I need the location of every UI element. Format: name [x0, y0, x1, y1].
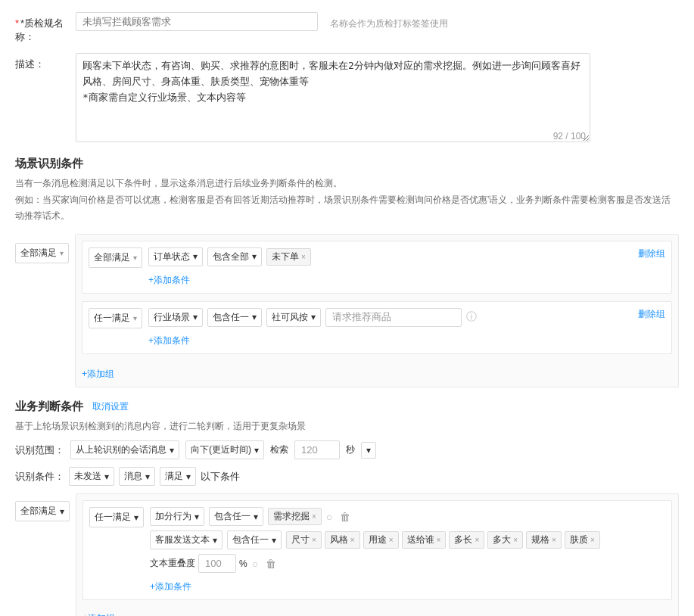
biz-r2-col1[interactable]: 客服发送文本 ▾	[150, 530, 223, 549]
scene-group-2: 任一满足 ▾ 行业场景 ▾ 包含任一 ▾ 社可风按	[82, 301, 672, 354]
desc-row: 描述： 顾客未下单状态，有咨询、购买、求推荐的意图时，客服未在2分钟内做对应的需…	[15, 53, 679, 145]
scene-condition-desc: 当有一条消息检测满足以下条件时，显示这条消息进行后续业务判断条件的检测。 例如：…	[15, 176, 679, 225]
biz-r2-col1-arrow: ▾	[213, 535, 217, 546]
group2-text-input[interactable]	[325, 308, 462, 327]
group1-col2[interactable]: 包含全部 ▾	[207, 247, 262, 266]
biz-r2-tag-fuzhi: 肤质×	[565, 531, 600, 549]
group1-col1[interactable]: 订单状态 ▾	[148, 247, 203, 266]
id-tag2-select[interactable]: 消息 ▾	[119, 467, 155, 486]
group2-arrow: ▾	[133, 314, 137, 322]
desc-content: 顾客未下单状态，有咨询、购买、求推荐的意图时，客服未在2分钟内做对应的需求挖掘。…	[76, 53, 679, 145]
overlap-unit: %	[239, 558, 247, 569]
name-content: 名称会作为质检打标签签使用	[76, 12, 679, 31]
biz-r1-delete-icon[interactable]: 🗑	[340, 511, 350, 523]
biz-r1-col2[interactable]: 包含任一 ▾	[209, 507, 263, 526]
id-tag1-select[interactable]: 未发送 ▾	[69, 467, 114, 486]
scene-group2-satisfy[interactable]: 任一满足 ▾	[89, 308, 142, 328]
search-label: 检索	[270, 443, 288, 456]
biz-group-satisfy[interactable]: 任一满足 ▾	[89, 507, 144, 527]
biz-add-condition[interactable]: +添加条件	[150, 580, 191, 593]
business-desc: 基于上轮场景识别检测到的消息内容，进行二轮判断，适用于更复杂场景	[15, 418, 679, 435]
biz-r2-tag-yongtu-close[interactable]: ×	[389, 536, 394, 544]
group2-rows: 行业场景 ▾ 包含任一 ▾ 社可风按 ▾ ⓘ	[148, 308, 665, 347]
business-cancel[interactable]: 取消设置	[92, 400, 129, 413]
scene-group1-satisfy[interactable]: 全部满足 ▾	[89, 247, 142, 268]
biz-add-group[interactable]: +添加组	[82, 612, 115, 616]
biz-r2-tag-fengg-close[interactable]: ×	[350, 536, 355, 544]
range-select-label: 从上轮识别的会话消息	[76, 443, 166, 456]
desc-label: 描述：	[15, 53, 76, 71]
group1-tag1-close[interactable]: ×	[301, 253, 306, 261]
direction-select[interactable]: 向下(更近时间) ▾	[185, 440, 264, 459]
biz-r1-tag1-close[interactable]: ×	[312, 512, 316, 521]
identify-suffix: 以下条件	[201, 470, 240, 484]
biz-r1-col1-label: 加分行为	[155, 510, 191, 523]
biz-r2-tag-songgei-close[interactable]: ×	[437, 536, 441, 544]
id-tag3-arrow: ▾	[186, 471, 191, 482]
group2-col3-label: 社可风按	[272, 311, 308, 324]
group2-info-icon[interactable]: ⓘ	[466, 310, 477, 324]
group2-col3[interactable]: 社可风按 ▾	[266, 308, 321, 327]
overlap-label: 文本重叠度	[150, 557, 195, 570]
biz-r2-tag-chichi: 尺寸×	[286, 531, 322, 549]
biz-r1-col1-arrow: ▾	[195, 512, 199, 522]
biz-r2-tag-duochang: 多长×	[449, 531, 484, 549]
biz-group-header: 任一满足 ▾ 加分行为 ▾ 包含任一 ▾	[89, 507, 665, 593]
biz-r2-col2-arrow: ▾	[272, 535, 276, 546]
group1-add-condition[interactable]: +添加条件	[148, 274, 190, 287]
overlap-input[interactable]	[198, 554, 236, 573]
scene-group-1-header: 全部满足 ▾ 订单状态 ▾ 包含全部 ▾ 未下单	[89, 247, 665, 287]
unit-select[interactable]: ▾	[361, 442, 376, 459]
biz-r2-tag-duoda-close[interactable]: ×	[513, 536, 518, 544]
biz-r1-col1[interactable]: 加分行为 ▾	[150, 507, 204, 526]
business-section: 业务判断条件 取消设置 基于上轮场景识别检测到的消息内容，进行二轮判断，适用于更…	[15, 400, 679, 616]
outer-satisfy-label: 全部满足	[20, 247, 57, 260]
biz-r2-tag-guige-close[interactable]: ×	[552, 536, 556, 544]
group2-satisfy-label: 任一满足	[94, 312, 130, 325]
outer-satisfy-select[interactable]: 全部满足 ▾	[15, 243, 69, 263]
group1-satisfy-label: 全部满足	[94, 251, 130, 264]
id-tag3-select[interactable]: 满足 ▾	[160, 467, 196, 486]
group2-delete[interactable]: 删除组	[638, 308, 665, 321]
biz-r1-radio[interactable]: ○	[326, 511, 332, 523]
biz-row-1: 加分行为 ▾ 包含任一 ▾ 需求挖掘 × ○	[150, 507, 665, 526]
id-tag2-label: 消息	[124, 470, 142, 483]
biz-r1-col2-arrow: ▾	[254, 512, 258, 522]
biz-r2-delete-icon[interactable]: 🗑	[266, 558, 276, 570]
biz-group-satisfy-label: 任一满足	[95, 511, 131, 524]
search-input[interactable]	[294, 440, 340, 459]
group2-col1[interactable]: 行业场景 ▾	[148, 308, 203, 327]
biz-r1-tag1-label: 需求挖掘	[273, 510, 310, 523]
name-hint: 名称会作为质检打标签签使用	[330, 13, 448, 30]
group1-tag1: 未下单 ×	[266, 248, 311, 266]
biz-r2-tag-chichi-close[interactable]: ×	[312, 536, 316, 544]
biz-rows: 加分行为 ▾ 包含任一 ▾ 需求挖掘 × ○	[150, 507, 665, 593]
id-tag3-label: 满足	[165, 470, 183, 483]
biz-outer-satisfy[interactable]: 全部满足 ▾	[15, 501, 70, 521]
biz-r2-tag-fuzhi-close[interactable]: ×	[590, 536, 595, 544]
desc-textarea[interactable]: 顾客未下单状态，有咨询、购买、求推荐的意图时，客服未在2分钟内做对应的需求挖掘。…	[76, 53, 590, 142]
biz-r2-tag-duoda: 多大×	[487, 531, 523, 549]
outer-satisfy-wrapper: 全部满足 ▾	[15, 234, 69, 263]
group2-add-condition[interactable]: +添加条件	[148, 334, 190, 347]
biz-r2-col2[interactable]: 包含任一 ▾	[227, 530, 282, 549]
group1-delete[interactable]: 删除组	[638, 247, 665, 260]
direction-arrow: ▾	[254, 445, 259, 456]
scene-desc1: 当有一条消息检测满足以下条件时，显示这条消息进行后续业务判断条件的检测。	[15, 178, 342, 188]
group2-col2[interactable]: 包含任一 ▾	[207, 308, 262, 327]
group1-rows: 订单状态 ▾ 包含全部 ▾ 未下单 × +添加条件	[148, 247, 665, 287]
char-count: 92 / 100	[553, 131, 586, 142]
textarea-wrapper: 顾客未下单状态，有咨询、购买、求推荐的意图时，客服未在2分钟内做对应的需求挖掘。…	[76, 53, 590, 145]
group1-col2-arrow: ▾	[252, 251, 257, 262]
group2-col1-arrow: ▾	[193, 312, 198, 322]
group2-col2-arrow: ▾	[252, 312, 257, 322]
scene-add-group[interactable]: +添加组	[82, 368, 114, 381]
name-input[interactable]	[76, 12, 318, 31]
biz-r2-col2-label: 包含任一	[232, 534, 269, 546]
biz-r2-tag-songgei: 送给谁×	[402, 531, 447, 549]
scene-desc2: 例如：当买家询问价格是否可以优惠，检测客服是否有回答近期活动推荐时，场景识别条件…	[15, 194, 671, 222]
biz-groups: 任一满足 ▾ 加分行为 ▾ 包含任一 ▾	[76, 493, 679, 616]
range-select[interactable]: 从上轮识别的会话消息 ▾	[70, 440, 179, 459]
biz-r2-radio[interactable]: ○	[252, 558, 258, 570]
biz-r2-tag-duochang-close[interactable]: ×	[475, 536, 479, 544]
